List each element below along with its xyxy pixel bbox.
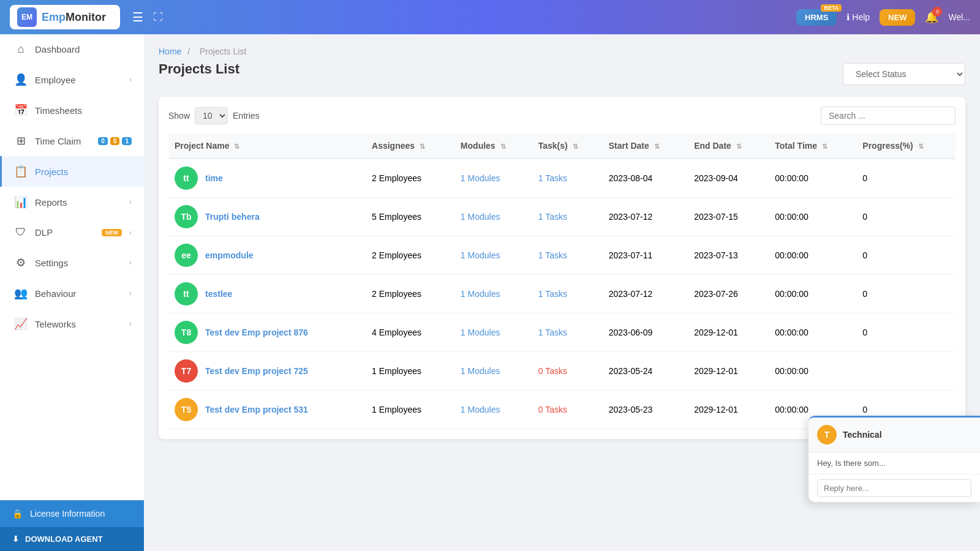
modules-link[interactable]: 1 Modules bbox=[461, 405, 500, 414]
help-button[interactable]: ℹ Help bbox=[846, 12, 870, 22]
col-start-date: Start Date ⇅ bbox=[603, 133, 688, 159]
tasks-link[interactable]: 0 Tasks bbox=[538, 366, 567, 376]
project-name-link[interactable]: Trupti behera bbox=[205, 212, 260, 222]
tasks-link[interactable]: 1 Tasks bbox=[538, 250, 567, 260]
modules-link[interactable]: 1 Modules bbox=[461, 250, 500, 260]
breadcrumb-separator: / bbox=[187, 47, 190, 56]
tasks-link[interactable]: 1 Tasks bbox=[538, 173, 567, 183]
cell-project-name: T5 Test dev Emp project 531 bbox=[168, 391, 366, 429]
sidebar-item-label: Time Claim bbox=[35, 136, 91, 146]
cell-end-date: 2023-09-04 bbox=[688, 159, 769, 198]
sidebar-item-dlp[interactable]: 🛡 DLP NEW ‹ bbox=[0, 217, 144, 247]
sidebar-item-dashboard[interactable]: ⌂ Dashboard bbox=[0, 34, 144, 64]
col-modules: Modules ⇅ bbox=[454, 133, 532, 159]
logo-text: EmpMonitor bbox=[42, 11, 106, 24]
sidebar-item-employee[interactable]: 👤 Employee ‹ bbox=[0, 64, 144, 95]
sort-icon: ⇅ bbox=[822, 143, 827, 150]
tasks-link[interactable]: 1 Tasks bbox=[538, 212, 567, 222]
sort-icon: ⇅ bbox=[736, 143, 742, 150]
cell-tasks: 0 Tasks bbox=[532, 391, 603, 429]
modules-link[interactable]: 1 Modules bbox=[461, 328, 500, 337]
cell-progress: 0 bbox=[856, 313, 956, 352]
table-row: tt time 2 Employees 1 Modules 1 Tasks 20… bbox=[168, 159, 956, 198]
hrms-badge: BETA bbox=[821, 4, 842, 12]
col-project-name: Project Name ⇅ bbox=[168, 133, 366, 159]
tasks-link[interactable]: 0 Tasks bbox=[538, 405, 567, 414]
cell-tasks: 1 Tasks bbox=[532, 198, 603, 236]
chat-bubble: T Technical Hey, Is there som... bbox=[809, 416, 980, 502]
cell-project-name: T8 Test dev Emp project 876 bbox=[168, 313, 366, 352]
timeclaim-badges: 0 0 1 bbox=[98, 137, 132, 145]
project-name-link[interactable]: Test dev Emp project 531 bbox=[205, 405, 308, 414]
chat-input-area bbox=[809, 474, 980, 502]
cell-modules: 1 Modules bbox=[454, 313, 532, 352]
home-icon: ⌂ bbox=[14, 43, 28, 56]
download-icon: ⬇ bbox=[12, 534, 19, 544]
employee-icon: 👤 bbox=[14, 73, 28, 86]
entries-select[interactable]: 10 bbox=[195, 107, 228, 124]
cell-total-time: 00:00:00 bbox=[769, 198, 856, 236]
modules-link[interactable]: 1 Modules bbox=[461, 366, 500, 376]
cell-end-date: 2029-12-01 bbox=[688, 313, 769, 352]
project-name-link[interactable]: Test dev Emp project 725 bbox=[205, 366, 308, 376]
modules-link[interactable]: 1 Modules bbox=[461, 289, 500, 299]
cell-assignees: 4 Employees bbox=[366, 313, 454, 352]
col-assignees: Assignees ⇅ bbox=[366, 133, 454, 159]
cell-end-date: 2023-07-13 bbox=[688, 236, 769, 275]
cell-tasks: 1 Tasks bbox=[532, 236, 603, 275]
notification-count: 0 bbox=[932, 7, 942, 17]
modules-link[interactable]: 1 Modules bbox=[461, 173, 500, 183]
project-name-link[interactable]: testlee bbox=[205, 289, 232, 299]
col-total-time: Total Time ⇅ bbox=[769, 133, 856, 159]
license-item[interactable]: 🔒 License Information bbox=[0, 500, 144, 527]
cell-end-date: 2029-12-01 bbox=[688, 391, 769, 429]
app-header: EM EmpMonitor ☰ ⛶ HRMS BETA ℹ Help NEW 🔔… bbox=[0, 0, 980, 34]
cell-assignees: 1 Employees bbox=[366, 391, 454, 429]
breadcrumb: Home / Projects List bbox=[159, 47, 965, 56]
sidebar-item-timesheets[interactable]: 📅 Timesheets bbox=[0, 95, 144, 126]
tasks-link[interactable]: 1 Tasks bbox=[538, 328, 567, 337]
select-status-dropdown[interactable]: Select Status bbox=[843, 63, 965, 85]
menu-icon[interactable]: ☰ bbox=[132, 10, 143, 24]
table-row: T8 Test dev Emp project 876 4 Employees … bbox=[168, 313, 956, 352]
notification-button[interactable]: 🔔 0 bbox=[925, 10, 938, 24]
page-title: Projects List bbox=[159, 61, 239, 77]
tasks-link[interactable]: 1 Tasks bbox=[538, 289, 567, 299]
header-right: HRMS BETA ℹ Help NEW 🔔 0 Wel... bbox=[796, 9, 970, 26]
download-agent-item[interactable]: ⬇ DOWNLOAD AGENT bbox=[0, 527, 144, 551]
sidebar-item-settings[interactable]: ⚙ Settings ‹ bbox=[0, 247, 144, 278]
sidebar-item-behaviour[interactable]: 👥 Behaviour ‹ bbox=[0, 278, 144, 309]
sidebar-item-timeclaim[interactable]: ⊞ Time Claim 0 0 1 bbox=[0, 126, 144, 156]
badge-1: 0 bbox=[110, 137, 120, 145]
project-avatar: tt bbox=[175, 282, 198, 305]
cell-modules: 1 Modules bbox=[454, 159, 532, 198]
sidebar-item-label: Employee bbox=[35, 75, 122, 85]
cell-progress: 0 bbox=[856, 275, 956, 313]
search-input[interactable] bbox=[821, 107, 956, 125]
sidebar-item-reports[interactable]: 📊 Reports ‹ bbox=[0, 187, 144, 217]
chevron-left-icon: ‹ bbox=[129, 320, 132, 328]
col-tasks: Task(s) ⇅ bbox=[532, 133, 603, 159]
hrms-button[interactable]: HRMS BETA bbox=[796, 9, 837, 26]
sort-icon: ⇅ bbox=[918, 143, 924, 150]
teleworks-icon: 📈 bbox=[14, 317, 28, 331]
chat-reply-input[interactable] bbox=[817, 479, 971, 497]
sidebar-item-label: Dashboard bbox=[35, 44, 132, 54]
cell-assignees: 5 Employees bbox=[366, 198, 454, 236]
timeclaim-icon: ⊞ bbox=[14, 134, 28, 148]
cell-progress: 0 bbox=[856, 198, 956, 236]
new-button[interactable]: NEW bbox=[880, 9, 915, 26]
project-name-link[interactable]: Test dev Emp project 876 bbox=[205, 328, 308, 337]
modules-link[interactable]: 1 Modules bbox=[461, 212, 500, 222]
expand-icon[interactable]: ⛶ bbox=[153, 12, 163, 23]
sidebar-item-teleworks[interactable]: 📈 Teleworks ‹ bbox=[0, 309, 144, 339]
sort-icon: ⇅ bbox=[654, 143, 660, 150]
sidebar-item-projects[interactable]: 📋 Projects bbox=[0, 156, 144, 187]
project-name-link[interactable]: empmodule bbox=[205, 250, 254, 260]
project-name-link[interactable]: time bbox=[205, 173, 223, 183]
sort-icon: ⇅ bbox=[500, 143, 506, 150]
app-logo: EM EmpMonitor bbox=[10, 5, 120, 29]
breadcrumb-home[interactable]: Home bbox=[159, 47, 181, 56]
chat-message: Hey, Is there som... bbox=[809, 452, 980, 474]
badge-2: 1 bbox=[122, 137, 132, 145]
